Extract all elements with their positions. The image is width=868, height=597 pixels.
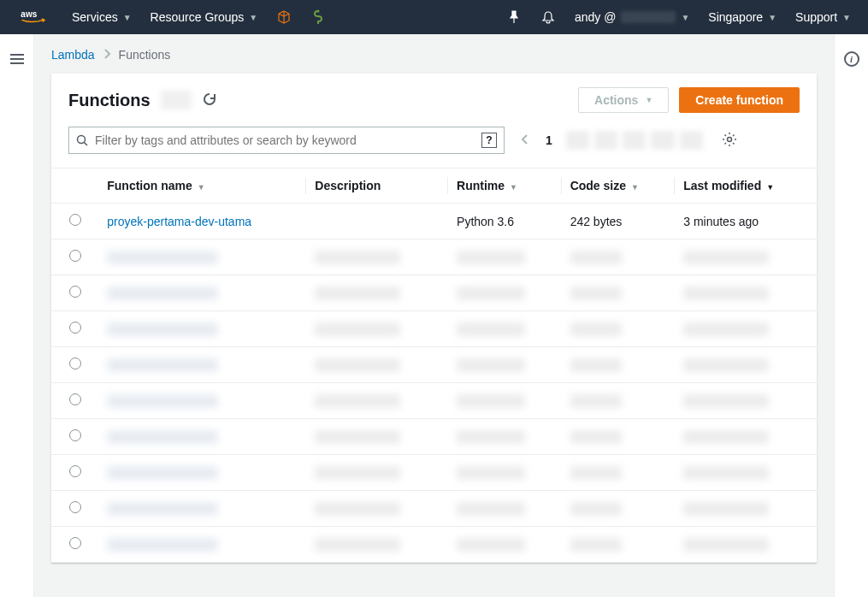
pager-redacted: [566, 131, 703, 150]
search-box[interactable]: ?: [68, 127, 505, 154]
sort-icon: ▼: [510, 183, 517, 192]
row-radio[interactable]: [69, 537, 81, 549]
redacted-cell: [107, 358, 218, 372]
function-count-redacted: [161, 91, 192, 109]
pin-icon[interactable]: [506, 9, 522, 25]
col-header-modified[interactable]: Last modified▼: [675, 168, 817, 204]
redacted-cell: [315, 358, 400, 372]
table-row: [51, 311, 817, 347]
redacted-cell: [683, 466, 769, 480]
redacted-cell: [107, 322, 218, 336]
svg-point-2: [78, 136, 86, 144]
table-row: [51, 275, 817, 311]
functions-panel: Functions Actions ▼ Create function: [51, 74, 817, 563]
account-menu[interactable]: andy @ ▼: [575, 10, 689, 24]
account-id-redacted: [621, 11, 676, 23]
col-header-runtime[interactable]: Runtime▼: [448, 168, 562, 204]
actions-button[interactable]: Actions ▼: [578, 87, 669, 113]
search-input[interactable]: [95, 133, 475, 147]
redacted-cell: [107, 251, 218, 264]
triangle-down-icon: ▼: [645, 96, 652, 104]
prev-page-button[interactable]: [517, 130, 532, 151]
col-header-size[interactable]: Code size▼: [562, 168, 676, 204]
row-radio[interactable]: [69, 393, 81, 405]
left-panel-toggle: [0, 34, 34, 597]
redacted-cell: [683, 538, 769, 552]
hamburger-icon[interactable]: [10, 51, 24, 67]
snake-icon[interactable]: [310, 9, 326, 25]
bell-icon[interactable]: [540, 9, 556, 25]
row-radio[interactable]: [69, 358, 81, 369]
redacted-cell: [570, 502, 622, 516]
create-function-button[interactable]: Create function: [679, 87, 800, 113]
redacted-cell: [457, 322, 525, 336]
caret-down-icon: ▼: [842, 13, 851, 22]
redacted-cell: [457, 466, 525, 480]
current-page: 1: [539, 133, 559, 147]
table-row: proyek-pertama-dev-utamaPython 3.6242 by…: [51, 204, 817, 239]
functions-table: Function name▼ Description Runtime▼ Code…: [51, 168, 817, 563]
caret-down-icon: ▼: [768, 13, 776, 22]
main-content: Lambda Functions Functions Actions ▼ Cre…: [34, 34, 834, 597]
services-label: Services: [72, 10, 118, 24]
row-radio[interactable]: [69, 465, 81, 477]
resource-groups-label: Resource Groups: [151, 10, 245, 24]
info-icon[interactable]: i: [844, 51, 859, 67]
row-radio[interactable]: [69, 250, 81, 262]
region-menu[interactable]: Singapore ▼: [708, 10, 776, 24]
settings-button[interactable]: [722, 132, 737, 150]
redacted-cell: [570, 287, 622, 300]
breadcrumb: Lambda Functions: [51, 48, 817, 62]
aws-logo[interactable]: aws: [17, 9, 53, 26]
redacted-cell: [457, 358, 525, 372]
col-header-name[interactable]: Function name▼: [98, 168, 306, 204]
row-radio[interactable]: [69, 214, 81, 226]
services-menu[interactable]: Services ▼: [72, 10, 132, 24]
redacted-cell: [457, 538, 525, 552]
row-radio[interactable]: [69, 501, 81, 513]
actions-label: Actions: [594, 93, 638, 107]
redacted-cell: [107, 466, 218, 480]
redacted-cell: [683, 358, 769, 372]
cube-icon[interactable]: [276, 9, 292, 25]
redacted-cell: [457, 502, 525, 516]
redacted-cell: [315, 287, 400, 300]
runtime-cell: Python 3.6: [448, 204, 562, 239]
size-cell: 242 bytes: [562, 204, 676, 239]
redacted-cell: [457, 394, 525, 408]
svg-point-1: [317, 10, 320, 13]
redacted-cell: [683, 502, 769, 516]
redacted-cell: [457, 430, 525, 444]
redacted-cell: [315, 502, 400, 516]
redacted-cell: [107, 394, 218, 408]
search-row: ? 1: [51, 127, 817, 168]
pagination: 1: [517, 130, 703, 151]
sort-icon: ▼: [766, 183, 774, 192]
table-row: [51, 347, 817, 383]
redacted-cell: [457, 287, 525, 300]
search-help-icon[interactable]: ?: [481, 133, 497, 148]
breadcrumb-service-link[interactable]: Lambda: [51, 48, 95, 62]
user-label: andy @: [575, 10, 616, 24]
refresh-button[interactable]: [202, 92, 217, 109]
sort-icon: ▼: [631, 183, 639, 192]
row-radio[interactable]: [69, 322, 81, 334]
breadcrumb-current: Functions: [119, 48, 171, 62]
svg-point-3: [727, 137, 731, 141]
redacted-cell: [683, 287, 769, 300]
redacted-cell: [315, 251, 400, 264]
function-name-link[interactable]: proyek-pertama-dev-utama: [107, 215, 251, 228]
top-navigation: aws Services ▼ Resource Groups ▼ andy @ …: [0, 0, 868, 34]
table-row: [51, 239, 817, 275]
redacted-cell: [315, 322, 400, 336]
table-row: [51, 383, 817, 419]
redacted-cell: [107, 287, 218, 300]
redacted-cell: [683, 430, 769, 444]
row-radio[interactable]: [69, 286, 81, 298]
support-menu[interactable]: Support ▼: [795, 10, 851, 24]
modified-cell: 3 minutes ago: [675, 204, 817, 239]
redacted-cell: [570, 466, 622, 480]
col-header-description[interactable]: Description: [306, 168, 448, 204]
row-radio[interactable]: [69, 429, 81, 441]
resource-groups-menu[interactable]: Resource Groups ▼: [151, 10, 258, 24]
